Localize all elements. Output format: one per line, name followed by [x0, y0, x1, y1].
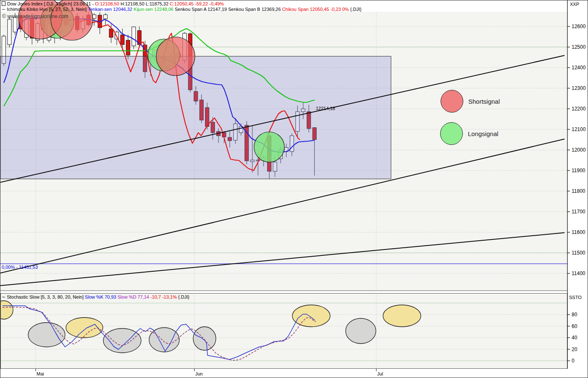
- price-tick-label: 12300: [572, 85, 585, 91]
- ichimoku-header-text: Ichimoku Kinko Hyo [5, 27, 52, 3, Nein] …: [7, 7, 361, 12]
- price-tick-label: 12500: [572, 44, 585, 50]
- stochastic-tick-label: 60: [572, 323, 577, 329]
- stochastic-tick-label: 20: [572, 346, 577, 352]
- price-tick-label: 12200: [572, 106, 585, 112]
- month-label: Mai: [37, 371, 44, 376]
- price-tick-label: 11400: [572, 270, 585, 276]
- price-tick-label: 11900: [572, 168, 585, 173]
- price-tick-label: 12000: [572, 147, 585, 153]
- header-segment: Kijun-sen 12248,06: [134, 7, 175, 12]
- candle-up: [132, 27, 136, 46]
- candle-up: [8, 19, 11, 45]
- candle-down: [121, 35, 124, 45]
- header-segment: Ichimoku Kinko Hyo [5, 27, 52, 3, Nein]: [7, 7, 88, 12]
- price-tick-label: 12100: [572, 126, 585, 132]
- indicator-wave-icon: ∼: [2, 7, 5, 12]
- price-tick-label: 11500: [572, 250, 585, 256]
- gray-highlight-ellipse: [149, 328, 179, 352]
- trendline-price-label: 12214,18: [316, 106, 335, 111]
- header-segment: Senkou Span A 12147,19 Senkou Span B 123…: [175, 7, 282, 12]
- shortsignal-circle-icon: [441, 90, 463, 113]
- legend-longsignal: Longsignal: [440, 122, 499, 145]
- watermark: © www.tradesignalonline.com: [2, 13, 68, 19]
- stochastic-header-row[interactable]: ∼Stochastic Slow [5, 3, 3, 80, 20, Nein]…: [2, 294, 189, 300]
- header-segment: H:12108,50 L:11875,32: [121, 1, 170, 6]
- candle-down: [126, 40, 130, 55]
- header-segment: Chikou Span 12050,45 -0,23 0%: [282, 7, 350, 12]
- candle-down: [109, 29, 113, 37]
- gray-highlight-ellipse: [346, 318, 376, 344]
- indicator-wave-icon: ∼: [2, 294, 5, 300]
- shortsignal-label: Shortsignal: [468, 98, 500, 105]
- chart-window: Dow Jones Index [.DJI Täglich] 23.06.11 …: [0, 0, 588, 378]
- header-segment: -10,7 -13,1%: [150, 294, 178, 299]
- header-segment: C:12050,45 -59,22 -0,49%: [170, 1, 224, 6]
- price-tick-label: 12600: [572, 24, 585, 29]
- price-axis-tag[interactable]: XXP: [570, 2, 579, 7]
- longsignal-circle: [254, 132, 284, 162]
- header-segment: Stochastic Slow [5, 3, 3, 80, 20, Nein]: [7, 294, 85, 299]
- ichimoku-header-row[interactable]: ∼Ichimoku Kinko Hyo [5, 27, 52, 3, Nein]…: [2, 7, 362, 12]
- yellow-highlight-ellipse: [292, 305, 330, 327]
- symbol-header-text: Dow Jones Index [.DJI Täglich] 23.06.11 …: [7, 1, 224, 6]
- price-tick-label: 11600: [572, 229, 585, 235]
- month-label: Jul: [377, 371, 383, 376]
- symbol-header-row[interactable]: Dow Jones Index [.DJI Täglich] 23.06.11 …: [2, 1, 224, 7]
- candlestick-icon: [2, 1, 5, 6]
- header-segment: Dow Jones Index [.DJI Täglich] 23.06.11 …: [7, 1, 95, 6]
- longsignal-circle-icon: [440, 122, 463, 145]
- fibonacci-level-label: 0,00% - 11451,53: [2, 265, 38, 270]
- header-segment: Slow %K 70,93: [85, 294, 118, 299]
- header-segment: O:12108,50: [95, 1, 121, 6]
- longsignal-label: Longsignal: [468, 130, 499, 137]
- stochastic-tick-label: 80: [572, 312, 577, 318]
- zone-rectangle: [0, 56, 391, 179]
- price-tick-label: 12400: [572, 65, 585, 71]
- stochastic-tick-label: 40: [572, 335, 577, 341]
- header-segment: Slow %D 77,14: [118, 294, 150, 299]
- price-tick-label: 11700: [572, 209, 585, 215]
- candle-up: [104, 15, 108, 19]
- month-label: Jun: [195, 371, 203, 376]
- candle-up: [13, 17, 17, 32]
- header-segment: {.DJI}: [350, 7, 362, 12]
- gray-highlight-ellipse: [193, 327, 216, 350]
- price-and-stochastic-chart[interactable]: [0, 0, 588, 378]
- stochastic-header-text: Stochastic Slow [5, 3, 3, 80, 20, Nein] …: [7, 294, 189, 299]
- gray-highlight-ellipse: [28, 323, 65, 347]
- stochastic-tick-label: 0: [572, 358, 575, 364]
- yellow-highlight-ellipse: [383, 305, 421, 327]
- legend-shortsignal: Shortsignal: [441, 90, 500, 113]
- shortsignal-circle: [156, 37, 195, 76]
- price-tick-label: 11800: [572, 188, 585, 194]
- stochastic-axis-tag[interactable]: SSTO: [569, 295, 582, 300]
- header-segment: Tenkan-sen 12046,32: [88, 7, 134, 12]
- header-segment: {.DJI}: [178, 294, 189, 299]
